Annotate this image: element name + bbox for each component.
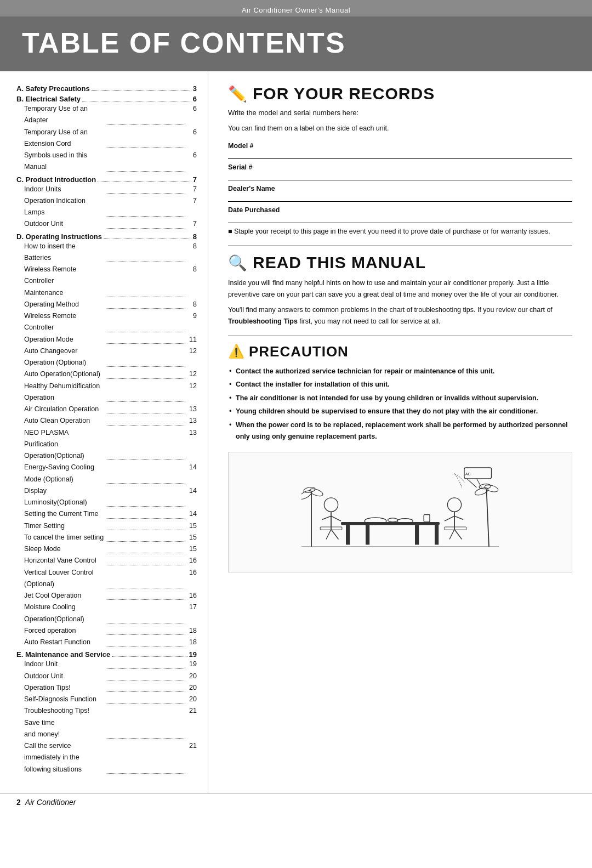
toc-b-items: Temporary Use of an Adapter6 Temporary U… (16, 103, 197, 173)
model-field: Model # (228, 142, 572, 159)
toc-entry: Operation Indication Lamps7 (24, 195, 197, 219)
toc-entry: Self-Diagnosis Function20 (24, 694, 197, 705)
toc-entry: Wireless Remote ControllerMaintenance8 (24, 264, 197, 299)
toc-section-d: D. Operating Instructions 8 How to inser… (16, 232, 197, 649)
toc-entry: Outdoor Unit20 (24, 671, 197, 682)
precaution-section: ⚠️ PRECAUTION Contact the authorized ser… (228, 343, 572, 442)
svg-line-11 (331, 516, 341, 521)
section-divider-2 (228, 335, 572, 336)
svg-line-14 (326, 530, 331, 540)
toc-entry: Forced operation18 (24, 625, 197, 637)
toc-entry: Sleep Mode15 (24, 543, 197, 555)
toc-label-d: D. Operating Instructions (16, 232, 102, 241)
toc-entry: Display Luminosity(Optional)14 (24, 485, 197, 509)
dealer-line (228, 193, 572, 202)
toc-label-a: A. Safety Precautions (16, 84, 90, 93)
toc-entry: Symbols used in this Manual6 (24, 150, 197, 173)
warning-icon: ⚠️ (228, 344, 244, 359)
svg-rect-4 (415, 525, 419, 545)
date-line (228, 214, 572, 223)
toc-entry: Outdoor Unit7 (24, 218, 197, 230)
title-bar: TABLE OF CONTENTS (0, 16, 592, 71)
precaution-item: When the power cord is to be replaced, r… (228, 419, 572, 442)
svg-line-18 (445, 516, 454, 521)
read-manual-heading: READ THIS MANUAL (253, 253, 426, 272)
main-content: A. Safety Precautions 3 B. Electrical Sa… (0, 71, 592, 793)
toc-header-d: D. Operating Instructions 8 (16, 232, 197, 241)
toc-entry: Auto Clean Operation13 (24, 415, 197, 427)
date-label: Date Purchased (228, 206, 572, 214)
troubleshooting-bold: Troubleshooting Tips (228, 317, 298, 325)
toc-entry: Setting the Current Time14 (24, 508, 197, 520)
toc-entry: Auto Restart Function18 (24, 637, 197, 648)
page-footer: 2 Air Conditioner (0, 793, 592, 811)
svg-point-9 (324, 498, 338, 512)
toc-entry: Air Circulation Operation13 (24, 404, 197, 415)
model-line (228, 150, 572, 159)
svg-line-20 (454, 530, 462, 540)
toc-entry: Auto Operation(Optional)12 (24, 368, 197, 380)
toc-entry: Auto Changeover Operation (Optional)12 (24, 345, 197, 369)
toc-header-e: E. Maintenance and Service 19 (16, 650, 197, 659)
toc-header-b: B. Electrical Safety 6 (16, 95, 197, 103)
precaution-title-row: ⚠️ PRECAUTION (228, 343, 572, 360)
toc-section-a: A. Safety Precautions 3 (16, 84, 197, 93)
date-field: Date Purchased (228, 206, 572, 223)
illustration-svg: AC (301, 457, 499, 567)
toc-entry: Operation Tips!20 (24, 682, 197, 694)
page-title: TABLE OF CONTENTS (22, 26, 570, 59)
model-label: Model # (228, 142, 572, 150)
svg-line-21 (449, 530, 454, 540)
records-unit-note: You can find them on a label on the side… (228, 124, 572, 132)
toc-page-e: 19 (189, 650, 197, 659)
toc-entry: How to insert the Batteries8 (24, 241, 197, 264)
serial-label: Serial # (228, 163, 572, 171)
svg-point-16 (447, 498, 461, 512)
toc-d-items: How to insert the Batteries8 Wireless Re… (16, 241, 197, 649)
toc-entry: Call the service immediately in thefollo… (24, 740, 197, 775)
toc-entry: Operation Mode11 (24, 334, 197, 345)
header-subtitle: Air Conditioner Owner's Manual (242, 6, 350, 14)
read-this-manual-section: 🔍 READ THIS MANUAL Inside you will find … (228, 253, 572, 327)
toc-column: A. Safety Precautions 3 B. Electrical Sa… (0, 71, 208, 793)
svg-rect-8 (424, 515, 430, 523)
records-intro: Write the model and serial numbers here: (228, 109, 572, 117)
toc-header-c: C. Product Introduction 7 (16, 175, 197, 184)
right-column: ✏️ FOR YOUR RECORDS Write the model and … (208, 71, 592, 793)
toc-entry: Wireless Remote Controller9 (24, 310, 197, 334)
precaution-list: Contact the authorized service technicia… (228, 366, 572, 442)
toc-e-items: Indoor Unit19 Outdoor Unit20 Operation T… (16, 659, 197, 775)
precaution-item: The air conditioner is not intended for … (228, 393, 572, 404)
pencil-icon: ✏️ (228, 85, 247, 103)
toc-c-items: Indoor Units7 Operation Indication Lamps… (16, 184, 197, 230)
precaution-item: Young children should be supervised to e… (228, 406, 572, 417)
toc-section-b: B. Electrical Safety 6 Temporary Use of … (16, 95, 197, 173)
toc-entry: NEO PLASMA PurificationOperation(Optiona… (24, 427, 197, 462)
toc-entry: Operating Method8 (24, 299, 197, 310)
svg-text:AC: AC (465, 472, 471, 476)
toc-label-e: E. Maintenance and Service (16, 650, 110, 659)
svg-line-13 (331, 530, 339, 540)
read-manual-para2: You'll find many answers to common probl… (228, 304, 572, 327)
toc-section-c: C. Product Introduction 7 Indoor Units7 … (16, 175, 197, 230)
magnify-icon: 🔍 (228, 254, 247, 272)
for-records-heading: FOR YOUR RECORDS (253, 84, 435, 103)
dealer-label: Dealer's Name (228, 185, 572, 192)
toc-entry: Energy-Saving Cooling Mode (Optional)14 (24, 462, 197, 485)
svg-rect-1 (346, 525, 350, 545)
svg-rect-3 (366, 525, 369, 545)
toc-entry: Healthy Dehumidification Operation12 (24, 381, 197, 404)
svg-rect-2 (435, 525, 439, 545)
toc-entry: Moisture Cooling Operation(Optional)17 (24, 602, 197, 625)
footer-page-number: 2 (16, 798, 21, 807)
footer-title: Air Conditioner (25, 798, 76, 807)
toc-entry: Jet Cool Operation16 (24, 590, 197, 602)
serial-field: Serial # (228, 163, 572, 180)
toc-label-b: B. Electrical Safety (16, 95, 81, 103)
svg-rect-0 (341, 522, 440, 525)
toc-entry: Horizontal Vane Control16 (24, 555, 197, 566)
read-manual-para1: Inside you will find many helpful hints … (228, 277, 572, 300)
page-header: Air Conditioner Owner's Manual (0, 0, 592, 16)
for-your-records-section: ✏️ FOR YOUR RECORDS Write the model and … (228, 84, 572, 235)
staple-note: ■ Staple your receipt to this page in th… (228, 228, 572, 235)
